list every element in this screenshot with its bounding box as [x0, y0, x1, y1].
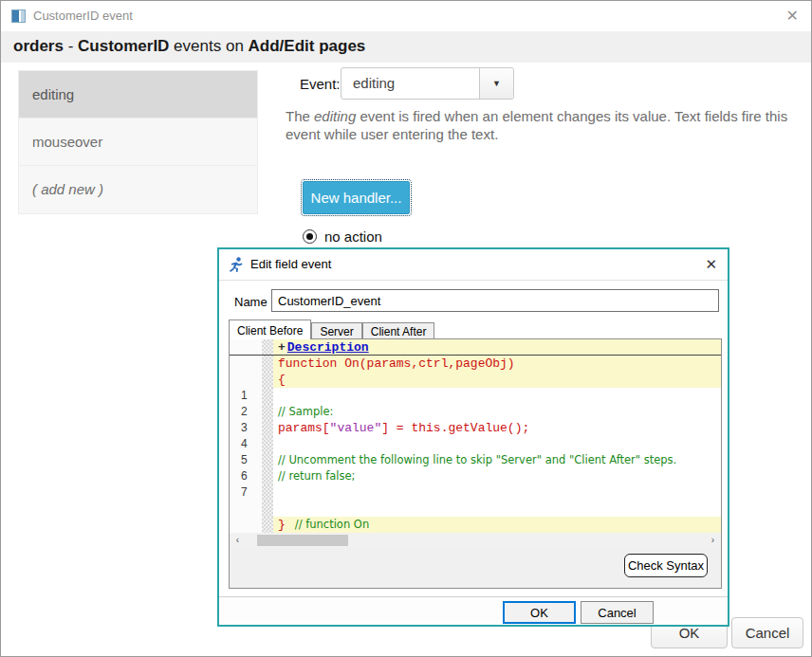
no-action-radio-row[interactable]: no action — [303, 228, 382, 245]
radio-dot — [306, 233, 313, 240]
tab-client-before[interactable]: Client Before — [229, 319, 311, 339]
event-list-item-add-new[interactable]: ( add new ) — [19, 166, 257, 213]
scroll-right-icon[interactable]: › — [705, 533, 721, 548]
line-number: 3 — [230, 420, 262, 436]
page-title: orders - CustomerID events on Add/Edit p… — [13, 37, 365, 56]
comment-sample[interactable]: // Sample: — [278, 405, 333, 418]
dialog-footer: OK Cancel — [219, 596, 728, 625]
event-label: Event: — [300, 76, 341, 92]
line-number: 6 — [230, 468, 262, 484]
app-icon — [11, 9, 26, 23]
tab-server[interactable]: Server — [311, 322, 361, 339]
code-line-4[interactable]: 4 — [230, 436, 721, 452]
code-string-value[interactable]: "value" — [330, 421, 382, 435]
page-title-sep: - — [64, 37, 78, 55]
chevron-down-icon[interactable]: ▼ — [479, 68, 513, 99]
code-editor[interactable]: +Description function On(params,ctrl,pag… — [230, 339, 721, 548]
close-brace: } — [278, 518, 286, 532]
comment-uncomment[interactable]: // Uncomment the following line to skip … — [278, 453, 676, 466]
line-number: 4 — [230, 436, 262, 452]
code-line-3[interactable]: 3 params["value"] = this.getValue(); — [230, 420, 721, 436]
close-icon[interactable]: ✕ — [786, 7, 799, 26]
editor-function-row: function On(params,ctrl,pageObj) — [230, 356, 721, 372]
line-number: 1 — [230, 388, 262, 404]
dialog-title-bar: Edit field event ✕ — [219, 249, 728, 281]
code-line-1[interactable]: 1 — [230, 388, 721, 404]
editor-open-brace-row: { — [230, 372, 721, 388]
function-signature: function On(params,ctrl,pageObj) — [273, 356, 721, 372]
name-row: Name — [219, 289, 728, 314]
code-line-2[interactable]: 2 // Sample: — [230, 404, 721, 420]
page-title-pages: Add/Edit pages — [249, 37, 366, 55]
main-cancel-button[interactable]: Cancel — [731, 617, 803, 648]
code-params-close[interactable]: ] = this.getValue(); — [381, 421, 529, 435]
close-comment: // function On — [295, 518, 369, 531]
title-bar: CustomerID event ✕ — [1, 1, 811, 31]
app-icon-left — [12, 10, 19, 22]
dialog-tabs: Client Before Server Client After — [229, 319, 434, 339]
code-line-6[interactable]: 6 // return false; — [230, 468, 721, 484]
page-title-mid: events on — [169, 37, 248, 55]
code-line-7[interactable]: 7 — [230, 484, 721, 501]
editor-description-cell: +Description — [273, 339, 721, 355]
event-description-pre: The — [286, 108, 314, 124]
scroll-left-icon[interactable]: ‹ — [230, 533, 246, 548]
event-combobox[interactable]: editing ▼ — [341, 67, 514, 100]
editor-description-row: +Description — [230, 339, 721, 356]
scrollbar-thumb[interactable] — [257, 535, 348, 546]
line-number: 7 — [230, 484, 262, 501]
runner-icon — [228, 256, 245, 273]
edit-field-event-dialog: Edit field event ✕ Name Client Before Se… — [217, 247, 729, 627]
event-list: editing mouseover ( add new ) — [18, 70, 258, 214]
open-brace: { — [273, 372, 721, 388]
check-syntax-button[interactable]: Check Syntax — [624, 554, 708, 577]
event-list-item-editing[interactable]: editing — [19, 71, 257, 119]
tab-client-after[interactable]: Client After — [362, 322, 435, 339]
dialog-ok-button[interactable]: OK — [503, 601, 576, 624]
scrollbar-track[interactable] — [246, 533, 705, 548]
page-title-table: orders — [13, 37, 64, 55]
description-link[interactable]: Description — [287, 340, 369, 355]
dialog-cancel-button[interactable]: Cancel — [581, 601, 654, 624]
horizontal-scrollbar[interactable]: ‹ › — [230, 533, 721, 548]
name-label: Name — [234, 295, 268, 309]
code-params-open[interactable]: params[ — [278, 421, 330, 435]
code-spacer-row — [230, 501, 721, 517]
event-combobox-value: editing — [341, 68, 479, 99]
app-icon-right — [21, 10, 25, 22]
window-title: CustomerID event — [33, 9, 133, 23]
editor-gutter-cell — [230, 339, 262, 355]
page-title-field: CustomerID — [78, 37, 169, 55]
line-number: 2 — [230, 404, 262, 420]
app-window: CustomerID event ✕ orders - CustomerID e… — [0, 0, 812, 657]
header-band: orders - CustomerID events on Add/Edit p… — [1, 31, 811, 63]
tab-panel-client-before: +Description function On(params,ctrl,pag… — [229, 338, 722, 589]
event-description: The editing event is fired when an eleme… — [286, 107, 793, 143]
event-description-em: editing — [314, 108, 356, 124]
editor-close-brace-row: }// function On — [230, 517, 721, 533]
name-input[interactable] — [271, 289, 719, 312]
dialog-title: Edit field event — [250, 257, 331, 271]
radio-selected-icon[interactable] — [303, 229, 317, 244]
event-list-item-mouseover[interactable]: mouseover — [19, 119, 257, 166]
code-line-5[interactable]: 5 // Uncomment the following line to ski… — [230, 452, 721, 468]
expand-icon[interactable]: + — [278, 340, 286, 355]
new-handler-button[interactable]: New handler... — [303, 181, 410, 214]
editor-margin-stipple — [262, 339, 273, 355]
comment-return-false[interactable]: // return false; — [278, 469, 355, 483]
no-action-radio-label: no action — [324, 228, 382, 245]
event-description-post: event is fired when an element changes i… — [286, 108, 787, 142]
dialog-close-icon[interactable]: ✕ — [705, 256, 717, 273]
line-number: 5 — [230, 452, 262, 468]
